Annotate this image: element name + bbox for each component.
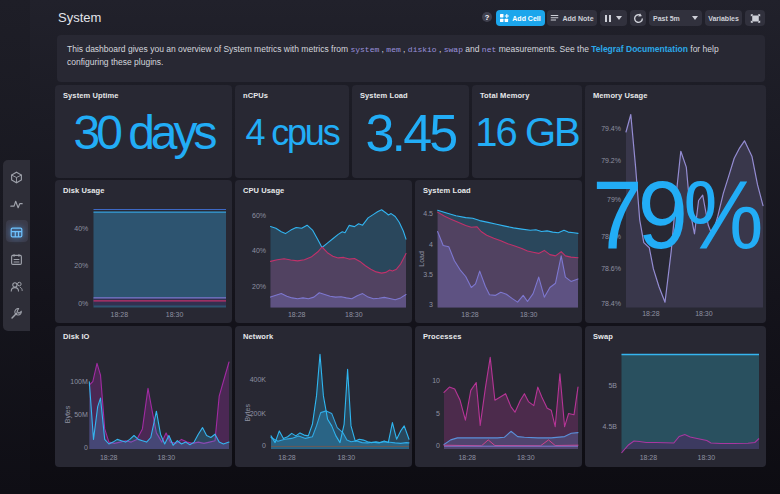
svg-text:5B: 5B <box>608 382 617 389</box>
svg-text:18:30: 18:30 <box>520 311 538 318</box>
svg-text:0: 0 <box>436 442 440 449</box>
svg-text:18:30: 18:30 <box>695 310 713 317</box>
svg-text:18:30: 18:30 <box>698 454 716 461</box>
svg-text:200K: 200K <box>250 410 267 417</box>
svg-text:79.4%: 79.4% <box>601 125 621 132</box>
svg-text:40%: 40% <box>74 225 88 232</box>
svg-text:18:28: 18:28 <box>278 454 296 461</box>
svg-text:0: 0 <box>84 444 88 451</box>
svg-text:Load: Load <box>418 251 425 267</box>
svg-text:18:28: 18:28 <box>111 311 129 318</box>
svg-text:18:28: 18:28 <box>461 311 479 318</box>
svg-text:18:28: 18:28 <box>288 311 306 318</box>
svg-text:10: 10 <box>432 377 440 384</box>
svg-text:0: 0 <box>262 442 266 449</box>
svg-text:400K: 400K <box>250 376 267 383</box>
svg-text:18:30: 18:30 <box>158 454 176 461</box>
svg-text:18:30: 18:30 <box>338 454 356 461</box>
svg-text:50M: 50M <box>74 411 88 418</box>
svg-text:100M: 100M <box>70 378 88 385</box>
svg-text:Bytes: Bytes <box>244 404 252 422</box>
svg-text:4.5: 4.5 <box>423 210 433 217</box>
svg-text:18:30: 18:30 <box>345 311 363 318</box>
svg-text:0%: 0% <box>78 300 88 307</box>
svg-text:4.5B: 4.5B <box>603 423 618 430</box>
svg-text:60%: 60% <box>252 212 266 219</box>
svg-text:5: 5 <box>436 410 440 417</box>
svg-text:18:28: 18:28 <box>640 454 658 461</box>
svg-text:18:28: 18:28 <box>100 454 118 461</box>
svg-text:18:30: 18:30 <box>517 454 535 461</box>
svg-text:78.4%: 78.4% <box>601 300 621 307</box>
svg-text:18:28: 18:28 <box>458 454 476 461</box>
svg-text:18:30: 18:30 <box>166 311 184 318</box>
svg-text:18:28: 18:28 <box>642 310 660 317</box>
svg-text:4: 4 <box>429 241 433 248</box>
svg-text:3.5: 3.5 <box>423 271 433 278</box>
svg-text:20%: 20% <box>252 283 266 290</box>
svg-text:3: 3 <box>429 301 433 308</box>
svg-text:40%: 40% <box>252 247 266 254</box>
svg-text:Bytes: Bytes <box>64 405 72 423</box>
svg-text:20%: 20% <box>74 262 88 269</box>
